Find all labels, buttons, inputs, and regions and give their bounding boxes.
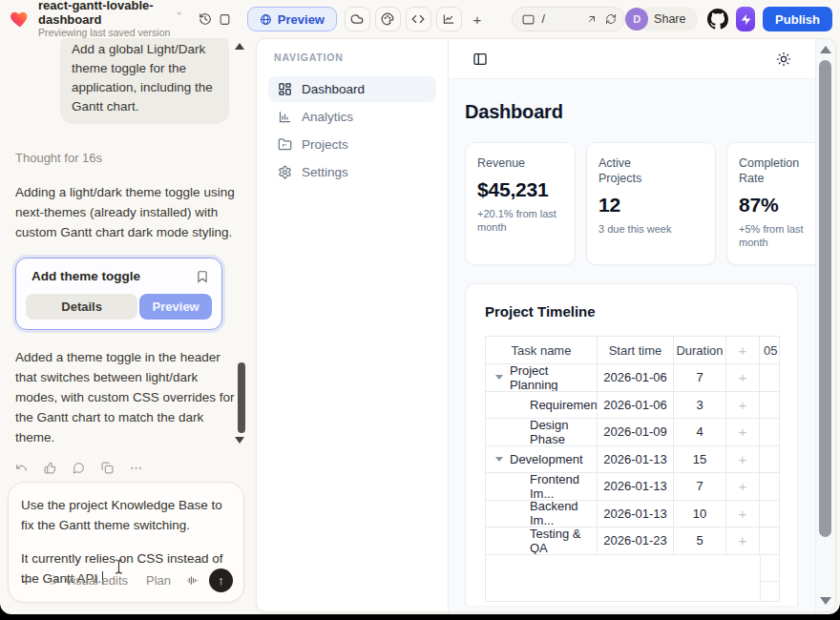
publish-button[interactable]: Publish: [763, 7, 832, 31]
code-view-button[interactable]: [406, 7, 431, 31]
chat-input-text[interactable]: Use the project Knowledge Base to fix th…: [21, 495, 231, 535]
page-scrollbar: [815, 39, 835, 611]
browser-window-icon: [522, 14, 535, 25]
voice-input-button[interactable]: [186, 574, 199, 587]
sidebar-item-analytics[interactable]: Analytics: [268, 104, 436, 130]
task-name: Development: [510, 452, 583, 466]
gantt-date-header: 05: [760, 337, 779, 363]
analytics-chart-button[interactable]: [436, 7, 462, 31]
sidebar-item-projects[interactable]: Projects: [268, 132, 436, 157]
message-icon[interactable]: [73, 462, 85, 474]
stat-card-active-projects: Active Projects 12 3 due this week: [586, 142, 716, 265]
task-start: 2026-01-13: [598, 501, 674, 527]
top-bar: react-gantt-lovable-dashboard Previewing…: [0, 0, 840, 38]
more-icon[interactable]: ⋯: [130, 461, 142, 475]
column-header: Duration: [674, 337, 726, 363]
gear-icon: [278, 165, 292, 179]
task-start: 2026-01-06: [598, 364, 674, 391]
theme-toggle-sun-icon[interactable]: [776, 52, 791, 67]
thought-duration[interactable]: Thought for 16s: [15, 151, 235, 165]
history-button[interactable]: [197, 7, 216, 31]
stat-value: 87%: [739, 194, 815, 217]
device-preview-button[interactable]: [215, 7, 234, 31]
message-actions: ⋯: [15, 461, 235, 475]
scroll-down-arrow[interactable]: [235, 437, 244, 444]
project-status: Previewing last saved version: [38, 28, 183, 39]
app-header: [449, 39, 815, 79]
task-duration: 7: [674, 364, 726, 391]
thumbs-up-icon[interactable]: [44, 462, 56, 474]
table-row: Project Planning 2026-01-06 7 +: [486, 364, 779, 392]
arrow-up-icon: ↑: [218, 573, 224, 588]
stat-label: Completion Rate: [739, 155, 815, 186]
tool-preview-button[interactable]: Preview: [139, 294, 212, 320]
add-task-button[interactable]: +: [726, 473, 760, 500]
bolt-icon: [740, 13, 752, 26]
url-bar[interactable]: /: [512, 7, 626, 31]
theme-palette-button[interactable]: [375, 7, 401, 31]
sidebar-item-label: Projects: [302, 137, 348, 152]
table-row: Requiremen... 2026-01-06 3 +: [486, 392, 779, 420]
send-button[interactable]: ↑: [209, 568, 233, 592]
add-task-button[interactable]: +: [726, 364, 760, 391]
copy-icon[interactable]: [101, 462, 114, 474]
line-chart-icon: [442, 12, 455, 26]
tool-card-title: Add theme toggle: [32, 269, 140, 283]
plus-icon: +: [472, 11, 481, 28]
scroll-up-arrow[interactable]: [820, 46, 831, 53]
add-tab-button[interactable]: +: [468, 7, 487, 31]
lovable-logo-icon: [10, 9, 31, 30]
url-path[interactable]: /: [542, 12, 579, 26]
chat-scrollbar-thumb[interactable]: [238, 362, 245, 433]
sidebar-item-settings[interactable]: Settings: [268, 159, 436, 185]
add-task-button[interactable]: +: [726, 446, 760, 473]
task-duration: 7: [674, 473, 726, 500]
attach-button[interactable]: +: [22, 572, 31, 589]
stat-subtext: 3 due this week: [598, 222, 704, 236]
table-row: Development 2026-01-13 15 +: [486, 446, 779, 474]
bookmark-icon[interactable]: [196, 270, 209, 283]
chat-panel: Add a global Light/Dark theme toggle for…: [0, 38, 250, 609]
task-start: 2026-01-23: [598, 527, 674, 554]
open-external-icon[interactable]: [586, 13, 598, 25]
add-task-button[interactable]: +: [726, 419, 760, 445]
cloud-button[interactable]: [345, 7, 370, 31]
add-column-button[interactable]: +: [726, 337, 760, 363]
app-content: Dashboard Revenue $45,231 +20.1% from la…: [449, 79, 815, 611]
avatar[interactable]: D: [625, 8, 648, 31]
scroll-down-arrow[interactable]: [820, 597, 831, 605]
github-button[interactable]: [707, 9, 728, 30]
details-button[interactable]: Details: [26, 294, 137, 320]
collapse-caret-icon[interactable]: [495, 457, 503, 462]
table-header-row: Task name Start time Duration + 05: [486, 337, 779, 364]
project-name[interactable]: react-gantt-lovable-dashboard: [38, 0, 172, 27]
undo-icon[interactable]: [15, 462, 28, 474]
sidebar-item-dashboard[interactable]: Dashboard: [268, 76, 436, 102]
tool-card: Add theme toggle Details Preview: [15, 258, 222, 330]
task-start: 2026-01-09: [598, 419, 674, 445]
page-scrollbar-thumb[interactable]: [819, 60, 831, 537]
bar-chart-icon: [278, 110, 292, 124]
task-name: Requiremen...: [530, 398, 598, 412]
add-task-button[interactable]: +: [726, 392, 760, 419]
task-duration: 15: [674, 446, 726, 473]
history-icon: [199, 12, 212, 26]
stat-label: Active Projects: [598, 155, 656, 186]
preview-mode-button[interactable]: Preview: [247, 7, 337, 31]
sidebar-toggle-icon[interactable]: [472, 52, 488, 67]
collapse-caret-icon[interactable]: [495, 375, 503, 380]
integrations-button[interactable]: [736, 7, 755, 31]
scroll-up-arrow[interactable]: [235, 43, 244, 50]
chat-input[interactable]: Use the project Knowledge Base to fix th…: [8, 482, 244, 603]
add-task-button[interactable]: +: [726, 501, 760, 527]
plan-button[interactable]: Plan: [146, 573, 171, 588]
stat-subtext: +20.1% from last month: [477, 207, 563, 234]
visual-edits-button[interactable]: Visual edits: [47, 573, 128, 588]
project-title-block[interactable]: react-gantt-lovable-dashboard Previewing…: [38, 0, 183, 39]
task-name: Frontend Im...: [530, 473, 597, 500]
refresh-icon[interactable]: [605, 13, 617, 25]
add-task-button[interactable]: +: [726, 527, 760, 554]
folder-icon: [278, 137, 292, 152]
table-row: Design Phase 2026-01-09 4 +: [486, 419, 779, 446]
gantt-table: Task name Start time Duration + 05 Proje…: [485, 336, 780, 602]
